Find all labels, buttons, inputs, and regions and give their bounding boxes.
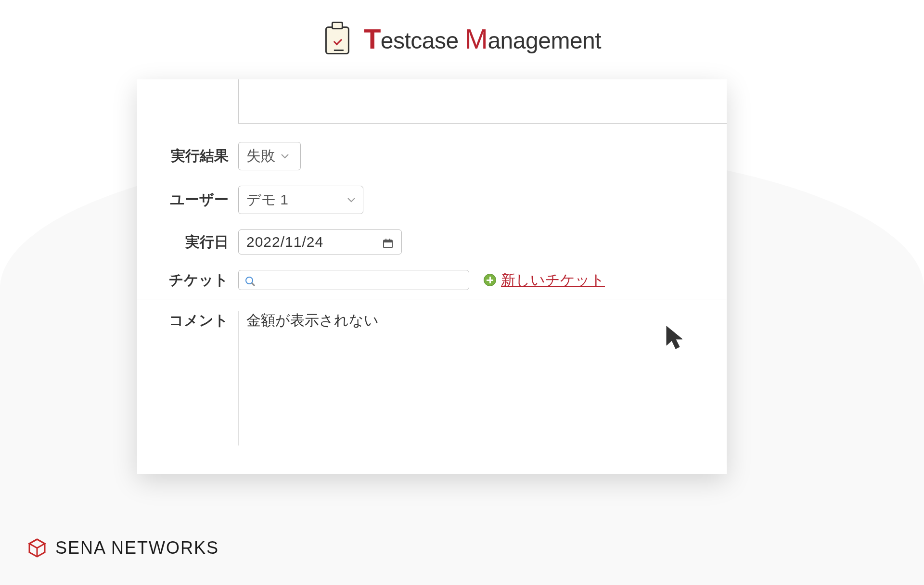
calendar-icon xyxy=(382,236,394,248)
clipboard-icon xyxy=(323,22,352,55)
exec-date-label: 実行日 xyxy=(154,232,238,252)
company-name: SENA NETWORKS xyxy=(55,538,219,558)
new-ticket-text: 新しいチケット xyxy=(501,270,605,290)
form-card: 実行結果 失敗 ユーザー デモ 1 実行日 2022/11/24 xyxy=(137,79,727,474)
comment-row: コメント 金額が表示されない xyxy=(137,300,727,445)
company-logo-icon xyxy=(26,537,48,559)
ticket-row: チケット 新しいチケット xyxy=(137,270,727,300)
chevron-down-icon xyxy=(347,198,355,203)
comment-label: コメント xyxy=(154,311,238,331)
ticket-label: チケット xyxy=(154,270,238,290)
result-value: 失敗 xyxy=(246,146,275,166)
result-row: 実行結果 失敗 xyxy=(137,142,727,170)
footer-logo: SENA NETWORKS xyxy=(26,537,219,559)
result-select[interactable]: 失敗 xyxy=(238,142,301,170)
user-select[interactable]: デモ 1 xyxy=(238,186,363,214)
exec-date-input[interactable]: 2022/11/24 xyxy=(238,229,402,254)
svg-line-5 xyxy=(252,283,255,286)
exec-date-value: 2022/11/24 xyxy=(246,234,323,250)
search-icon xyxy=(244,274,256,286)
user-label: ユーザー xyxy=(154,190,238,210)
plus-icon xyxy=(484,274,496,286)
result-label: 実行結果 xyxy=(154,146,238,166)
user-value: デモ 1 xyxy=(246,190,288,210)
ticket-search-input[interactable] xyxy=(238,270,469,290)
user-row: ユーザー デモ 1 xyxy=(137,186,727,214)
svg-rect-1 xyxy=(384,240,392,242)
app-title: Testcase Management xyxy=(364,23,601,55)
comment-textarea[interactable]: 金額が表示されない xyxy=(238,311,727,445)
new-ticket-link[interactable]: 新しいチケット xyxy=(484,270,605,290)
header: Testcase Management xyxy=(323,22,601,55)
exec-date-row: 実行日 2022/11/24 xyxy=(137,229,727,254)
chevron-down-icon xyxy=(281,154,289,159)
svg-point-4 xyxy=(246,277,253,284)
